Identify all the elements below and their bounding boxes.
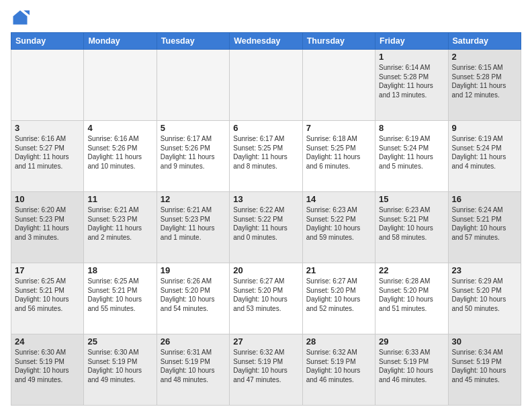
calendar-week-5: 24Sunrise: 6:30 AM Sunset: 5:19 PM Dayli…	[11, 334, 521, 406]
day-info: Sunrise: 6:16 AM Sunset: 5:27 PM Dayligh…	[15, 134, 80, 171]
calendar-cell	[157, 50, 229, 121]
day-info: Sunrise: 6:24 AM Sunset: 5:21 PM Dayligh…	[452, 205, 517, 242]
calendar-cell: 14Sunrise: 6:23 AM Sunset: 5:22 PM Dayli…	[302, 192, 375, 263]
calendar-cell: 5Sunrise: 6:17 AM Sunset: 5:26 PM Daylig…	[157, 121, 229, 192]
calendar-cell: 7Sunrise: 6:18 AM Sunset: 5:25 PM Daylig…	[302, 121, 375, 192]
calendar-header-row: SundayMondayTuesdayWednesdayThursdayFrid…	[11, 33, 521, 50]
day-number: 2	[452, 52, 517, 62]
day-info: Sunrise: 6:32 AM Sunset: 5:19 PM Dayligh…	[233, 348, 298, 384]
col-header-monday: Monday	[84, 33, 157, 50]
day-info: Sunrise: 6:15 AM Sunset: 5:28 PM Dayligh…	[452, 63, 517, 99]
day-info: Sunrise: 6:32 AM Sunset: 5:19 PM Dayligh…	[306, 348, 371, 384]
calendar-cell: 29Sunrise: 6:33 AM Sunset: 5:19 PM Dayli…	[375, 334, 448, 406]
page: SundayMondayTuesdayWednesdayThursdayFrid…	[0, 0, 532, 411]
calendar-cell: 8Sunrise: 6:19 AM Sunset: 5:24 PM Daylig…	[375, 121, 448, 192]
day-number: 13	[233, 194, 298, 204]
calendar-cell: 18Sunrise: 6:25 AM Sunset: 5:21 PM Dayli…	[84, 263, 157, 334]
day-number: 4	[87, 123, 152, 133]
day-info: Sunrise: 6:34 AM Sunset: 5:19 PM Dayligh…	[452, 348, 517, 384]
calendar-cell: 12Sunrise: 6:21 AM Sunset: 5:23 PM Dayli…	[157, 192, 229, 263]
calendar-cell	[230, 50, 302, 121]
calendar-cell: 30Sunrise: 6:34 AM Sunset: 5:19 PM Dayli…	[448, 334, 521, 406]
day-number: 19	[161, 265, 226, 275]
day-info: Sunrise: 6:20 AM Sunset: 5:23 PM Dayligh…	[15, 205, 80, 242]
calendar-cell: 26Sunrise: 6:31 AM Sunset: 5:19 PM Dayli…	[157, 334, 229, 406]
day-info: Sunrise: 6:23 AM Sunset: 5:22 PM Dayligh…	[306, 205, 371, 242]
col-header-sunday: Sunday	[11, 33, 84, 50]
day-info: Sunrise: 6:17 AM Sunset: 5:26 PM Dayligh…	[161, 134, 226, 171]
day-info: Sunrise: 6:27 AM Sunset: 5:20 PM Dayligh…	[233, 277, 298, 313]
day-info: Sunrise: 6:18 AM Sunset: 5:25 PM Dayligh…	[306, 134, 371, 171]
calendar-cell: 24Sunrise: 6:30 AM Sunset: 5:19 PM Dayli…	[11, 334, 84, 406]
calendar-cell: 15Sunrise: 6:23 AM Sunset: 5:21 PM Dayli…	[375, 192, 448, 263]
day-number: 17	[15, 265, 80, 275]
calendar-cell: 1Sunrise: 6:14 AM Sunset: 5:28 PM Daylig…	[375, 50, 448, 121]
day-number: 21	[306, 265, 371, 275]
day-info: Sunrise: 6:14 AM Sunset: 5:28 PM Dayligh…	[379, 63, 444, 99]
day-info: Sunrise: 6:30 AM Sunset: 5:19 PM Dayligh…	[87, 348, 152, 384]
day-number: 12	[161, 194, 226, 204]
day-number: 29	[379, 336, 444, 347]
day-number: 10	[15, 194, 80, 204]
day-number: 26	[161, 336, 226, 347]
col-header-tuesday: Tuesday	[157, 33, 229, 50]
calendar-cell: 19Sunrise: 6:26 AM Sunset: 5:20 PM Dayli…	[157, 263, 229, 334]
calendar-cell	[302, 50, 375, 121]
svg-marker-0	[13, 11, 28, 25]
calendar-week-1: 1Sunrise: 6:14 AM Sunset: 5:28 PM Daylig…	[11, 50, 521, 121]
day-info: Sunrise: 6:21 AM Sunset: 5:23 PM Dayligh…	[87, 205, 152, 242]
calendar-cell: 16Sunrise: 6:24 AM Sunset: 5:21 PM Dayli…	[448, 192, 521, 263]
calendar-week-4: 17Sunrise: 6:25 AM Sunset: 5:21 PM Dayli…	[11, 263, 521, 334]
calendar-week-2: 3Sunrise: 6:16 AM Sunset: 5:27 PM Daylig…	[11, 121, 521, 192]
logo	[11, 8, 32, 27]
day-number: 27	[233, 336, 298, 347]
day-info: Sunrise: 6:23 AM Sunset: 5:21 PM Dayligh…	[379, 205, 444, 242]
calendar-cell: 3Sunrise: 6:16 AM Sunset: 5:27 PM Daylig…	[11, 121, 84, 192]
day-info: Sunrise: 6:16 AM Sunset: 5:26 PM Dayligh…	[87, 134, 152, 171]
calendar-cell: 27Sunrise: 6:32 AM Sunset: 5:19 PM Dayli…	[230, 334, 302, 406]
day-info: Sunrise: 6:19 AM Sunset: 5:24 PM Dayligh…	[379, 134, 444, 171]
calendar-cell: 9Sunrise: 6:19 AM Sunset: 5:24 PM Daylig…	[448, 121, 521, 192]
calendar-cell	[11, 50, 84, 121]
day-number: 16	[452, 194, 517, 204]
calendar-cell: 22Sunrise: 6:28 AM Sunset: 5:20 PM Dayli…	[375, 263, 448, 334]
day-info: Sunrise: 6:29 AM Sunset: 5:20 PM Dayligh…	[452, 277, 517, 313]
calendar-cell: 4Sunrise: 6:16 AM Sunset: 5:26 PM Daylig…	[84, 121, 157, 192]
calendar-cell: 28Sunrise: 6:32 AM Sunset: 5:19 PM Dayli…	[302, 334, 375, 406]
day-number: 23	[452, 265, 517, 275]
calendar-cell: 10Sunrise: 6:20 AM Sunset: 5:23 PM Dayli…	[11, 192, 84, 263]
day-number: 5	[161, 123, 226, 133]
day-number: 15	[379, 194, 444, 204]
day-number: 22	[379, 265, 444, 275]
day-info: Sunrise: 6:33 AM Sunset: 5:19 PM Dayligh…	[379, 348, 444, 384]
day-number: 1	[379, 52, 444, 62]
calendar-cell: 20Sunrise: 6:27 AM Sunset: 5:20 PM Dayli…	[230, 263, 302, 334]
day-number: 3	[15, 123, 80, 133]
calendar-cell: 2Sunrise: 6:15 AM Sunset: 5:28 PM Daylig…	[448, 50, 521, 121]
calendar-cell: 25Sunrise: 6:30 AM Sunset: 5:19 PM Dayli…	[84, 334, 157, 406]
day-info: Sunrise: 6:22 AM Sunset: 5:22 PM Dayligh…	[233, 205, 298, 242]
day-info: Sunrise: 6:31 AM Sunset: 5:19 PM Dayligh…	[161, 348, 226, 384]
day-number: 18	[87, 265, 152, 275]
calendar-cell: 13Sunrise: 6:22 AM Sunset: 5:22 PM Dayli…	[230, 192, 302, 263]
col-header-saturday: Saturday	[448, 33, 521, 50]
day-info: Sunrise: 6:17 AM Sunset: 5:25 PM Dayligh…	[233, 134, 298, 171]
day-number: 7	[306, 123, 371, 133]
day-info: Sunrise: 6:19 AM Sunset: 5:24 PM Dayligh…	[452, 134, 517, 171]
day-number: 24	[15, 336, 80, 347]
day-number: 14	[306, 194, 371, 204]
calendar-cell	[84, 50, 157, 121]
day-number: 20	[233, 265, 298, 275]
day-info: Sunrise: 6:27 AM Sunset: 5:20 PM Dayligh…	[306, 277, 371, 313]
day-info: Sunrise: 6:21 AM Sunset: 5:23 PM Dayligh…	[161, 205, 226, 242]
day-number: 11	[87, 194, 152, 204]
calendar-cell: 6Sunrise: 6:17 AM Sunset: 5:25 PM Daylig…	[230, 121, 302, 192]
col-header-thursday: Thursday	[302, 33, 375, 50]
day-info: Sunrise: 6:26 AM Sunset: 5:20 PM Dayligh…	[161, 277, 226, 313]
day-number: 25	[87, 336, 152, 347]
day-number: 30	[452, 336, 517, 347]
day-info: Sunrise: 6:28 AM Sunset: 5:20 PM Dayligh…	[379, 277, 444, 313]
calendar-cell: 11Sunrise: 6:21 AM Sunset: 5:23 PM Dayli…	[84, 192, 157, 263]
header	[11, 8, 521, 27]
calendar-table: SundayMondayTuesdayWednesdayThursdayFrid…	[11, 32, 521, 406]
